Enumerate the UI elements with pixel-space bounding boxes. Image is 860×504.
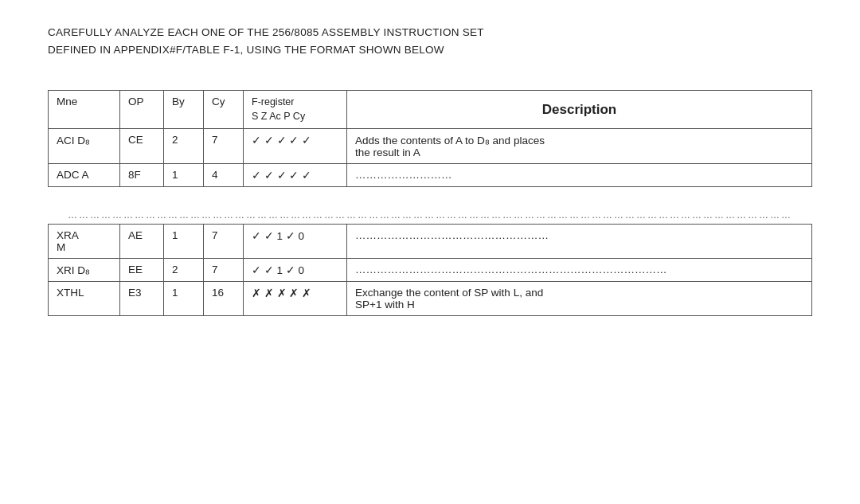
desc-line2: the result in A	[355, 147, 420, 158]
desc-line1: Exchange the content of SP with L, and	[355, 287, 543, 299]
cell-op: E3	[120, 282, 164, 316]
cell-freg: ✓ ✓ 1 ✓ 0	[244, 225, 347, 259]
table-row: XRI D₈ EE 2 7 ✓ ✓ 1 ✓ 0 ……………………………………………	[49, 259, 812, 282]
header-line1: CAREFULLY ANALYZE EACH ONE OF THE 256/80…	[48, 24, 812, 41]
col-header-by: By	[164, 91, 204, 129]
cell-desc: Adds the contents of A to D₈ and places …	[347, 129, 812, 164]
cell-op: 8F	[120, 164, 164, 187]
cell-op: CE	[120, 129, 164, 164]
cell-cy: 4	[204, 164, 244, 187]
table-row: XRA M AE 1 7 ✓ ✓ 1 ✓ 0 ………………………………………………	[49, 225, 812, 259]
cell-mne: XTHL	[49, 282, 120, 316]
table2: XRA M AE 1 7 ✓ ✓ 1 ✓ 0 ………………………………………………	[48, 224, 812, 316]
desc-line1: Adds the contents of A to D₈ and places	[355, 135, 545, 147]
freg-line2: S Z Ac P Cy	[252, 111, 305, 122]
col-header-op: OP	[120, 91, 164, 129]
cell-freg: ✓ ✓ ✓ ✓ ✓	[244, 164, 347, 187]
cell-op: AE	[120, 225, 164, 259]
cell-by: 1	[164, 164, 204, 187]
cell-freg: ✓ ✓ 1 ✓ 0	[244, 259, 347, 282]
col-header-mne: Mne	[49, 91, 120, 129]
cell-op: EE	[120, 259, 164, 282]
col-header-desc: Description	[347, 91, 812, 129]
col-header-freg: F-register S Z Ac P Cy	[244, 91, 347, 129]
col-header-cy: Cy	[204, 91, 244, 129]
table-row: ACI D₈ CE 2 7 ✓ ✓ ✓ ✓ ✓ Adds the content…	[49, 129, 812, 164]
cell-cy: 7	[204, 129, 244, 164]
cell-by: 2	[164, 129, 204, 164]
cell-by: 1	[164, 225, 204, 259]
cell-cy: 7	[204, 259, 244, 282]
table2-wrapper: XRA M AE 1 7 ✓ ✓ 1 ✓ 0 ………………………………………………	[48, 224, 812, 316]
cell-mne: ADC A	[49, 164, 120, 187]
separator-dots: ……………………………………………………………………………………………………………	[48, 201, 812, 224]
freg-line1: F-register	[252, 96, 294, 107]
cell-freg: ✗ ✗ ✗ ✗ ✗	[244, 282, 347, 316]
table1-wrapper: Mne OP By Cy F-register S Z Ac P Cy Desc…	[48, 90, 812, 187]
cell-by: 2	[164, 259, 204, 282]
cell-mne: ACI D₈	[49, 129, 120, 164]
desc-line2: SP+1 with H	[355, 299, 415, 311]
cell-desc: Exchange the content of SP with L, and S…	[347, 282, 812, 316]
cell-freg: ✓ ✓ ✓ ✓ ✓	[244, 129, 347, 164]
cell-by: 1	[164, 282, 204, 316]
cell-desc: ………………………	[347, 164, 812, 187]
header-block: CAREFULLY ANALYZE EACH ONE OF THE 256/80…	[48, 24, 812, 58]
cell-desc: ……………………………………………………………………………	[347, 259, 812, 282]
header-line2: DEFINED IN APPENDIX#F/TABLE F-1, USING T…	[48, 41, 812, 59]
cell-desc: ………………………………………………	[347, 225, 812, 259]
table-row: ADC A 8F 1 4 ✓ ✓ ✓ ✓ ✓ ………………………	[49, 164, 812, 187]
cell-cy: 16	[204, 282, 244, 316]
cell-mne: XRA M	[49, 225, 120, 259]
cell-cy: 7	[204, 225, 244, 259]
table1: Mne OP By Cy F-register S Z Ac P Cy Desc…	[48, 90, 812, 187]
cell-mne: XRI D₈	[49, 259, 120, 282]
table-row: XTHL E3 1 16 ✗ ✗ ✗ ✗ ✗ Exchange the cont…	[49, 282, 812, 316]
